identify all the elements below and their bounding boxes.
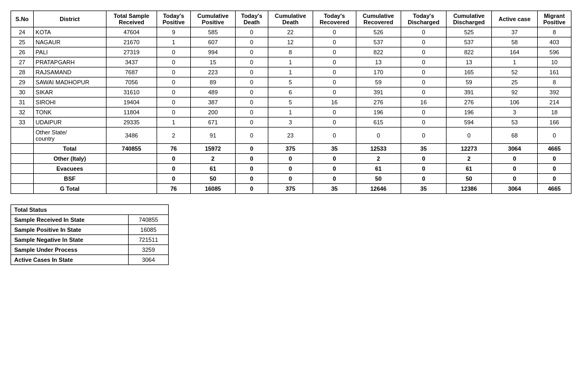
summary-value: 740855 [129, 215, 169, 225]
table-row: 32 TONK 11804 0 200 0 1 0 196 0 196 3 18 [11, 107, 571, 117]
cell-district: UDAIPUR [33, 117, 106, 128]
col-header-cumulative-death: CumulativeDeath [268, 11, 313, 27]
cell-cum-death: 3 [268, 117, 313, 128]
cell-today-death: 0 [236, 154, 268, 164]
cell-active: 3064 [492, 184, 538, 194]
cell-today-death: 0 [236, 67, 268, 77]
cell-migrant: 161 [538, 67, 571, 77]
cell-today-rec: 0 [313, 117, 356, 128]
table-row: 28 RAJSAMAND 7687 0 223 0 1 0 170 0 165 … [11, 67, 571, 77]
cell-cum-rec: 537 [356, 37, 401, 47]
cell-today-rec: 0 [313, 37, 356, 47]
cell-cum-rec: 12646 [356, 184, 401, 194]
cell-district: PALI [33, 47, 106, 57]
cell-cum-rec: 391 [356, 87, 401, 97]
table-row: 26 PALI 27319 0 994 0 8 0 822 0 822 164 … [11, 47, 571, 57]
cell-today-rec: 0 [313, 47, 356, 57]
summary-table: Total Status Sample Received In State 74… [11, 204, 169, 265]
cell-today-rec: 0 [313, 27, 356, 37]
cell-sample: 27319 [106, 47, 157, 57]
cell-today-death: 0 [236, 27, 268, 37]
cell-district: PRATAPGARH [33, 57, 106, 67]
cell-sample: 740855 [106, 144, 157, 154]
cell-cum-rec: 50 [356, 174, 401, 184]
cell-cum-dis: 0 [447, 128, 492, 144]
col-header-migrant-positive: MigrantPositive [538, 11, 571, 27]
g-total-row: G Total 76 16085 0 375 35 12646 35 12386… [11, 184, 571, 194]
summary-value: 721511 [129, 235, 169, 245]
cell-sno: 32 [11, 107, 34, 117]
cell-migrant: 4665 [538, 144, 571, 154]
cell-sample: 29335 [106, 117, 157, 128]
cell-today-rec: 0 [313, 77, 356, 87]
summary-row: Sample Positive In State 16085 [11, 225, 169, 235]
summary-label: Sample Positive In State [11, 225, 129, 235]
cell-today-dis: 0 [401, 77, 446, 87]
cell-sno [11, 144, 34, 154]
cell-today-pos: 0 [157, 57, 190, 67]
cell-cum-dis: 50 [447, 174, 492, 184]
cell-cum-pos: 585 [190, 27, 235, 37]
col-header-todays-positive: Today'sPositive [157, 11, 190, 27]
cell-today-dis: 0 [401, 47, 446, 57]
cell-active: 0 [492, 174, 538, 184]
cell-active: 58 [492, 37, 538, 47]
cell-district: SIROHI [33, 97, 106, 107]
cell-migrant: 0 [538, 174, 571, 184]
other-italy-row: Other (Italy) 0 2 0 0 0 2 0 2 0 0 [11, 154, 571, 164]
cell-active: 3064 [492, 144, 538, 154]
cell-today-rec: 16 [313, 97, 356, 107]
cell-today-death: 0 [236, 184, 268, 194]
col-header-cumulative-positive: CumulativePositive [190, 11, 235, 27]
cell-today-pos: 0 [157, 87, 190, 97]
col-header-cumulative-recovered: CumulativeRecovered [356, 11, 401, 27]
cell-sample: 11804 [106, 107, 157, 117]
table-row: 29 SAWAI MADHOPUR 7056 0 89 0 5 0 59 0 5… [11, 77, 571, 87]
cell-active: 68 [492, 128, 538, 144]
cell-cum-dis: 391 [447, 87, 492, 97]
cell-district: BSF [33, 174, 106, 184]
cell-migrant: 214 [538, 97, 571, 107]
cell-today-pos: 0 [157, 97, 190, 107]
cell-today-pos: 0 [157, 67, 190, 77]
cell-sample: 21670 [106, 37, 157, 47]
col-header-active-case: Active case [492, 11, 538, 27]
cell-today-pos: 9 [157, 27, 190, 37]
cell-today-dis: 0 [401, 117, 446, 128]
cell-cum-pos: 223 [190, 67, 235, 77]
cell-today-rec: 0 [313, 107, 356, 117]
cell-today-death: 0 [236, 117, 268, 128]
cell-cum-death: 5 [268, 97, 313, 107]
cell-cum-rec: 61 [356, 164, 401, 174]
cell-cum-dis: 12273 [447, 144, 492, 154]
cell-today-pos: 76 [157, 144, 190, 154]
cell-sample: 3486 [106, 128, 157, 144]
cell-migrant: 0 [538, 128, 571, 144]
cell-sample: 7056 [106, 77, 157, 87]
cell-today-dis: 0 [401, 67, 446, 77]
cell-cum-death: 1 [268, 57, 313, 67]
cell-today-rec: 0 [313, 174, 356, 184]
cell-cum-rec: 0 [356, 128, 401, 144]
cell-migrant: 166 [538, 117, 571, 128]
summary-row: Sample Negative In State 721511 [11, 235, 169, 245]
cell-migrant: 18 [538, 107, 571, 117]
cell-cum-pos: 15972 [190, 144, 235, 154]
cell-today-pos: 76 [157, 184, 190, 194]
cell-cum-dis: 13 [447, 57, 492, 67]
table-row: 25 NAGAUR 21670 1 607 0 12 0 537 0 537 5… [11, 37, 571, 47]
cell-today-rec: 0 [313, 87, 356, 97]
cell-sample: 7687 [106, 67, 157, 77]
cell-cum-dis: 61 [447, 164, 492, 174]
cell-cum-death: 1 [268, 67, 313, 77]
cell-sno: 25 [11, 37, 34, 47]
cell-today-pos: 0 [157, 47, 190, 57]
table-row: 27 PRATAPGARH 3437 0 15 0 1 0 13 0 13 1 … [11, 57, 571, 67]
cell-active: 25 [492, 77, 538, 87]
cell-today-pos: 0 [157, 154, 190, 164]
cell-cum-pos: 61 [190, 164, 235, 174]
cell-cum-dis: 12386 [447, 184, 492, 194]
summary-label: Sample Received In State [11, 215, 129, 225]
cell-cum-dis: 196 [447, 107, 492, 117]
cell-today-death: 0 [236, 144, 268, 154]
